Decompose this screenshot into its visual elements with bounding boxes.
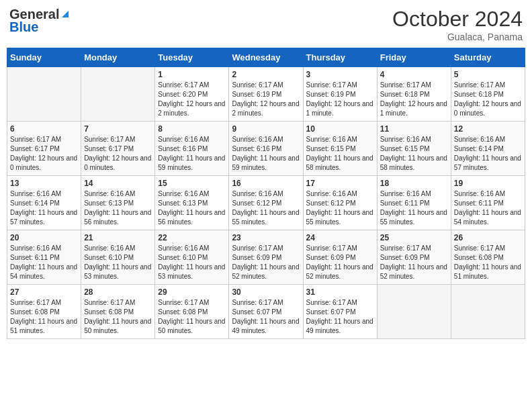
calendar-cell: 31Sunrise: 6:17 AM Sunset: 6:07 PM Dayli… xyxy=(303,285,377,339)
day-number: 21 xyxy=(84,233,152,242)
cell-info: Sunrise: 6:16 AM Sunset: 6:15 PM Dayligh… xyxy=(306,135,374,173)
col-header-thursday: Thursday xyxy=(303,48,377,67)
cell-info: Sunrise: 6:17 AM Sunset: 6:18 PM Dayligh… xyxy=(454,81,522,118)
cell-info: Sunrise: 6:16 AM Sunset: 6:10 PM Dayligh… xyxy=(158,244,226,281)
calendar-cell: 17Sunrise: 6:16 AM Sunset: 6:12 PM Dayli… xyxy=(303,176,377,230)
day-number: 30 xyxy=(232,287,300,297)
cell-info: Sunrise: 6:16 AM Sunset: 6:11 PM Dayligh… xyxy=(380,189,448,227)
calendar-cell: 28Sunrise: 6:17 AM Sunset: 6:08 PM Dayli… xyxy=(81,285,155,339)
calendar-cell: 27Sunrise: 6:17 AM Sunset: 6:08 PM Dayli… xyxy=(7,285,81,339)
cell-info: Sunrise: 6:16 AM Sunset: 6:14 PM Dayligh… xyxy=(10,189,78,227)
day-number: 26 xyxy=(454,233,522,242)
cell-info: Sunrise: 6:16 AM Sunset: 6:15 PM Dayligh… xyxy=(380,135,448,173)
calendar-cell: 19Sunrise: 6:16 AM Sunset: 6:11 PM Dayli… xyxy=(451,176,525,230)
day-number: 10 xyxy=(306,124,374,134)
col-header-wednesday: Wednesday xyxy=(229,48,303,67)
calendar-cell: 23Sunrise: 6:17 AM Sunset: 6:09 PM Dayli… xyxy=(229,230,303,285)
day-number: 1 xyxy=(158,70,226,79)
cell-info: Sunrise: 6:16 AM Sunset: 6:12 PM Dayligh… xyxy=(232,189,300,227)
cell-info: Sunrise: 6:17 AM Sunset: 6:19 PM Dayligh… xyxy=(306,81,374,118)
day-number: 9 xyxy=(232,124,300,134)
cell-info: Sunrise: 6:16 AM Sunset: 6:12 PM Dayligh… xyxy=(306,189,374,227)
calendar-cell: 14Sunrise: 6:16 AM Sunset: 6:13 PM Dayli… xyxy=(81,176,155,230)
calendar-cell: 12Sunrise: 6:16 AM Sunset: 6:14 PM Dayli… xyxy=(451,122,525,176)
logo-arrow-icon xyxy=(60,9,70,21)
calendar-cell: 4Sunrise: 6:17 AM Sunset: 6:18 PM Daylig… xyxy=(377,67,451,122)
page-header: General Blue October 2024 Gualaca, Panam… xyxy=(7,7,525,42)
calendar-cell: 7Sunrise: 6:17 AM Sunset: 6:17 PM Daylig… xyxy=(81,122,155,176)
day-number: 28 xyxy=(84,287,152,297)
calendar-cell: 20Sunrise: 6:16 AM Sunset: 6:11 PM Dayli… xyxy=(7,230,81,285)
cell-info: Sunrise: 6:16 AM Sunset: 6:11 PM Dayligh… xyxy=(10,244,78,281)
calendar-cell: 29Sunrise: 6:17 AM Sunset: 6:08 PM Dayli… xyxy=(155,285,229,339)
cell-info: Sunrise: 6:17 AM Sunset: 6:18 PM Dayligh… xyxy=(380,81,448,118)
day-number: 29 xyxy=(158,287,226,297)
day-number: 7 xyxy=(84,124,152,134)
cell-info: Sunrise: 6:17 AM Sunset: 6:07 PM Dayligh… xyxy=(232,298,300,336)
calendar-cell: 30Sunrise: 6:17 AM Sunset: 6:07 PM Dayli… xyxy=(229,285,303,339)
calendar-cell: 9Sunrise: 6:16 AM Sunset: 6:16 PM Daylig… xyxy=(229,122,303,176)
day-number: 8 xyxy=(158,124,226,134)
calendar-cell: 1Sunrise: 6:17 AM Sunset: 6:20 PM Daylig… xyxy=(155,67,229,122)
calendar-cell xyxy=(451,285,525,339)
location-subtitle: Gualaca, Panama xyxy=(392,32,523,42)
day-number: 23 xyxy=(232,233,300,242)
day-number: 17 xyxy=(306,179,374,188)
cell-info: Sunrise: 6:17 AM Sunset: 6:07 PM Dayligh… xyxy=(306,298,374,336)
day-number: 6 xyxy=(10,124,78,134)
logo-blue: Blue xyxy=(9,19,38,35)
calendar-cell: 11Sunrise: 6:16 AM Sunset: 6:15 PM Dayli… xyxy=(377,122,451,176)
col-header-monday: Monday xyxy=(81,48,155,67)
cell-info: Sunrise: 6:16 AM Sunset: 6:11 PM Dayligh… xyxy=(454,189,522,227)
cell-info: Sunrise: 6:17 AM Sunset: 6:09 PM Dayligh… xyxy=(232,244,300,281)
day-number: 5 xyxy=(454,70,522,79)
calendar-cell: 21Sunrise: 6:16 AM Sunset: 6:10 PM Dayli… xyxy=(81,230,155,285)
calendar-table: SundayMondayTuesdayWednesdayThursdayFrid… xyxy=(7,48,525,339)
calendar-cell xyxy=(7,67,81,122)
cell-info: Sunrise: 6:17 AM Sunset: 6:08 PM Dayligh… xyxy=(158,298,226,336)
day-number: 27 xyxy=(10,287,78,297)
calendar-cell: 3Sunrise: 6:17 AM Sunset: 6:19 PM Daylig… xyxy=(303,67,377,122)
cell-info: Sunrise: 6:16 AM Sunset: 6:13 PM Dayligh… xyxy=(158,189,226,227)
calendar-cell: 10Sunrise: 6:16 AM Sunset: 6:15 PM Dayli… xyxy=(303,122,377,176)
day-number: 22 xyxy=(158,233,226,242)
cell-info: Sunrise: 6:17 AM Sunset: 6:08 PM Dayligh… xyxy=(10,298,78,336)
svg-marker-0 xyxy=(62,11,69,17)
day-number: 20 xyxy=(10,233,78,242)
day-number: 4 xyxy=(380,70,448,79)
calendar-cell xyxy=(81,67,155,122)
calendar-cell: 16Sunrise: 6:16 AM Sunset: 6:12 PM Dayli… xyxy=(229,176,303,230)
cell-info: Sunrise: 6:17 AM Sunset: 6:19 PM Dayligh… xyxy=(232,81,300,118)
cell-info: Sunrise: 6:17 AM Sunset: 6:20 PM Dayligh… xyxy=(158,81,226,118)
cell-info: Sunrise: 6:16 AM Sunset: 6:16 PM Dayligh… xyxy=(232,135,300,173)
cell-info: Sunrise: 6:17 AM Sunset: 6:09 PM Dayligh… xyxy=(380,244,448,281)
calendar-cell: 22Sunrise: 6:16 AM Sunset: 6:10 PM Dayli… xyxy=(155,230,229,285)
cell-info: Sunrise: 6:17 AM Sunset: 6:08 PM Dayligh… xyxy=(84,298,152,336)
calendar-cell: 13Sunrise: 6:16 AM Sunset: 6:14 PM Dayli… xyxy=(7,176,81,230)
title-area: October 2024 Gualaca, Panama xyxy=(392,7,523,42)
day-number: 11 xyxy=(380,124,448,134)
col-header-friday: Friday xyxy=(377,48,451,67)
cell-info: Sunrise: 6:16 AM Sunset: 6:16 PM Dayligh… xyxy=(158,135,226,173)
day-number: 25 xyxy=(380,233,448,242)
day-number: 15 xyxy=(158,179,226,188)
cell-info: Sunrise: 6:16 AM Sunset: 6:13 PM Dayligh… xyxy=(84,189,152,227)
month-title: October 2024 xyxy=(392,7,523,32)
day-number: 13 xyxy=(10,179,78,188)
day-number: 16 xyxy=(232,179,300,188)
calendar-cell: 2Sunrise: 6:17 AM Sunset: 6:19 PM Daylig… xyxy=(229,67,303,122)
col-header-tuesday: Tuesday xyxy=(155,48,229,67)
cell-info: Sunrise: 6:17 AM Sunset: 6:09 PM Dayligh… xyxy=(306,244,374,281)
cell-info: Sunrise: 6:16 AM Sunset: 6:10 PM Dayligh… xyxy=(84,244,152,281)
cell-info: Sunrise: 6:17 AM Sunset: 6:17 PM Dayligh… xyxy=(10,135,78,173)
calendar-cell: 26Sunrise: 6:17 AM Sunset: 6:08 PM Dayli… xyxy=(451,230,525,285)
day-number: 19 xyxy=(454,179,522,188)
logo: General Blue xyxy=(9,7,70,35)
day-number: 14 xyxy=(84,179,152,188)
day-number: 3 xyxy=(306,70,374,79)
calendar-cell: 6Sunrise: 6:17 AM Sunset: 6:17 PM Daylig… xyxy=(7,122,81,176)
day-number: 24 xyxy=(306,233,374,242)
day-number: 31 xyxy=(306,287,374,297)
calendar-cell: 15Sunrise: 6:16 AM Sunset: 6:13 PM Dayli… xyxy=(155,176,229,230)
calendar-cell: 25Sunrise: 6:17 AM Sunset: 6:09 PM Dayli… xyxy=(377,230,451,285)
